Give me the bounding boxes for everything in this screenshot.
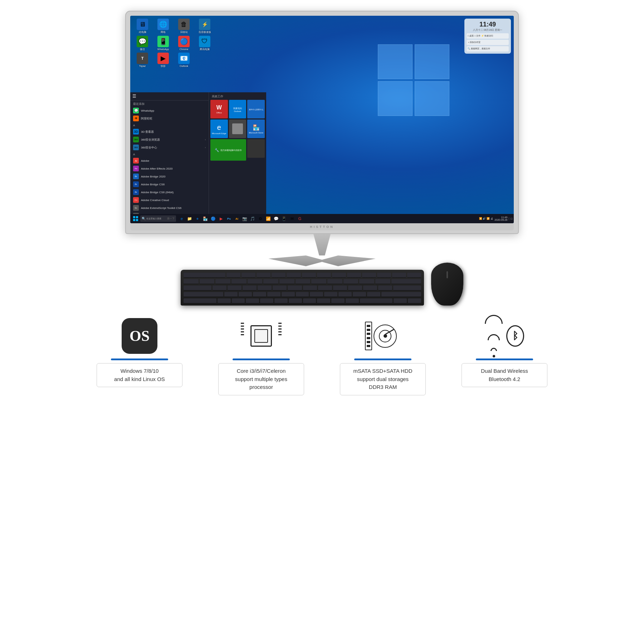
key-6[interactable] <box>279 279 294 284</box>
key-q[interactable] <box>213 286 226 291</box>
key-g[interactable] <box>282 292 295 297</box>
taskbar-icon-video[interactable]: ▶ <box>218 215 225 222</box>
taskbar-icon-edge[interactable]: e <box>194 215 201 222</box>
key-period[interactable] <box>331 298 345 303</box>
desktop-icon-whatsapp[interactable]: 📱 WhatsApp <box>154 36 172 51</box>
taskbar-icon-whatsapp[interactable]: 📱 <box>280 215 288 222</box>
taskbar-icon-wechat[interactable]: 💬 <box>273 215 280 222</box>
key-f4[interactable] <box>272 273 286 278</box>
taskbar-search-box[interactable]: 🔍 在这里输入搜索 搜一下 <box>140 215 176 222</box>
key-del[interactable] <box>407 273 421 278</box>
key-7[interactable] <box>296 279 311 284</box>
key-esc[interactable] <box>184 273 225 278</box>
key-f10[interactable] <box>362 273 376 278</box>
desktop-icon-network[interactable]: 🌐 网络 <box>154 19 172 34</box>
key-w[interactable] <box>228 286 241 291</box>
key-i[interactable] <box>318 286 332 291</box>
key-0[interactable] <box>343 279 358 284</box>
key-up[interactable] <box>394 298 407 303</box>
key-semicolon[interactable] <box>353 292 366 297</box>
key-caps[interactable] <box>184 292 223 297</box>
key-y[interactable] <box>288 286 302 291</box>
start-item-3d[interactable]: 3D 3D 查看器 <box>130 128 209 136</box>
start-item-creative-cloud[interactable]: Cc Adobe Creative Cloud <box>130 196 209 204</box>
tile-photo[interactable] <box>229 119 247 138</box>
desktop-icon-video[interactable]: ▶ 快影 <box>154 53 172 68</box>
key-a[interactable] <box>224 292 238 297</box>
key-f[interactable] <box>267 292 280 297</box>
start-item-360browser[interactable]: 360 360安全浏览器 › <box>130 136 209 143</box>
key-shift-l[interactable] <box>184 298 216 303</box>
key-e[interactable] <box>243 286 257 291</box>
key-k[interactable] <box>324 292 337 297</box>
desktop-icon-recycle[interactable]: 🗑 回收站 <box>175 19 193 34</box>
key-f11[interactable] <box>377 273 391 278</box>
taskbar-icon-camera[interactable]: 📷 <box>241 215 248 222</box>
key-8[interactable] <box>311 279 326 284</box>
key-4[interactable] <box>248 279 263 284</box>
key-f2[interactable] <box>241 273 255 278</box>
key-9[interactable] <box>327 279 342 284</box>
start-button[interactable] <box>132 215 140 223</box>
desktop-icon-chrome[interactable]: 🔵 Chrome <box>175 36 193 51</box>
taskbar-desktop-button[interactable]: □ <box>509 217 512 220</box>
key-n[interactable] <box>289 298 302 303</box>
taskbar-icon-music[interactable]: 🎵 <box>249 215 256 222</box>
key-x[interactable] <box>232 298 245 303</box>
key-backspace[interactable] <box>391 279 421 284</box>
key-end[interactable] <box>408 298 421 303</box>
start-item-360security[interactable]: 360 360安全中心 › <box>130 143 209 151</box>
taskbar-icon-chrome[interactable]: 🔵 <box>210 215 217 222</box>
start-item-extendscript[interactable]: Es Adobe ExtendScript Toolkit CS6 <box>130 204 209 212</box>
key-s[interactable] <box>239 292 252 297</box>
key-minus[interactable] <box>359 279 374 284</box>
key-tab[interactable] <box>184 286 211 291</box>
key-p[interactable] <box>348 286 362 291</box>
key-z[interactable] <box>218 298 231 303</box>
desktop-icon-computer[interactable]: 🖥 此电脑 <box>133 19 152 34</box>
start-item-aliwangwang[interactable]: 👁 阿里旺旺 <box>130 114 209 122</box>
key-slash[interactable] <box>346 298 359 303</box>
taskbar-icon-store[interactable]: 🏪 <box>202 215 209 222</box>
key-bracket-l[interactable] <box>363 286 377 291</box>
key-3[interactable] <box>231 279 247 284</box>
tile-outlook1[interactable]: 我要找到 Outlook <box>229 100 247 118</box>
key-comma[interactable] <box>317 298 330 303</box>
key-1[interactable] <box>200 279 215 284</box>
key-5[interactable] <box>263 279 278 284</box>
tile-edge[interactable]: e Microsoft Edge <box>210 119 228 138</box>
key-h[interactable] <box>296 292 309 297</box>
tile-office[interactable]: W Office <box>210 100 228 118</box>
start-item-bridge2020[interactable]: Br Adobe Bridge 2020 <box>130 172 209 180</box>
taskbar-icon-ie[interactable]: e <box>178 215 185 222</box>
start-item-whatsapp[interactable]: 💬 WhatsApp <box>130 107 209 114</box>
key-quote[interactable] <box>367 292 380 297</box>
desktop-icon-tencent[interactable]: 🛡 腾讯电脑 <box>195 36 214 51</box>
key-t[interactable] <box>273 286 287 291</box>
key-enter2[interactable] <box>381 292 421 297</box>
key-bracket-r[interactable] <box>378 286 392 291</box>
key-f7[interactable] <box>317 273 331 278</box>
start-item-aftereffects[interactable]: Ae Adobe After Effects 2020 <box>130 165 209 172</box>
key-f9[interactable] <box>347 273 361 278</box>
start-item-bridgecs6-64[interactable]: Br Adobe Bridge CS6 (64bit) <box>130 188 209 196</box>
desktop-icon-topaz[interactable]: T Topaz <box>133 53 152 68</box>
key-r[interactable] <box>258 286 272 291</box>
tile-mail[interactable]: 邮件什么查看什么 <box>247 100 265 118</box>
key-u[interactable] <box>303 286 317 291</box>
hamburger-icon[interactable]: ☰ <box>132 94 136 99</box>
key-d[interactable] <box>253 292 266 297</box>
taskbar-icon-folder[interactable]: 📁 <box>186 215 193 222</box>
key-f5[interactable] <box>287 273 301 278</box>
taskbar-icon-ai[interactable]: Ai <box>233 215 240 222</box>
taskbar-icon-settings[interactable]: ⚙ <box>257 215 264 222</box>
key-v[interactable] <box>260 298 273 303</box>
key-f3[interactable] <box>257 273 270 278</box>
tile-empty[interactable] <box>247 139 265 158</box>
key-l[interactable] <box>338 292 352 297</box>
tile-store[interactable]: 🏪 Microsoft Store <box>247 119 265 138</box>
key-shift-r[interactable] <box>360 298 393 303</box>
key-o[interactable] <box>333 286 347 291</box>
key-b[interactable] <box>274 298 288 303</box>
taskbar-icon-google[interactable]: G <box>296 215 303 222</box>
